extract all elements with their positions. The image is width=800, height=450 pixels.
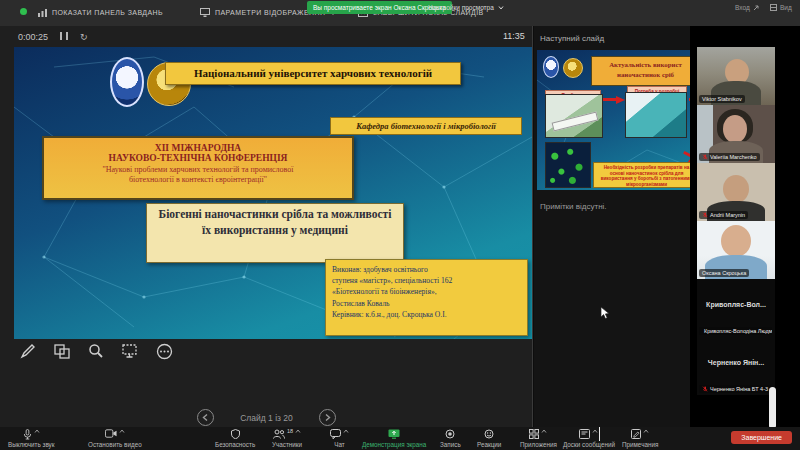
participant-display-name: Кривопляс-Вол... [697,301,775,308]
participant-name-tag: Valeriia Marchenko [699,153,760,161]
end-meeting-button[interactable]: Завершение [731,431,792,444]
nanoparticles-photo [545,142,591,188]
conference-quote: "Наукові проблеми харчових технологій та… [44,165,352,185]
share-screen-button[interactable]: Демонстрация экрана [362,429,426,448]
participants-scrollbar[interactable] [769,387,776,429]
next-slide-label: Наступний слайд [540,34,604,43]
arrow [603,98,617,101]
arrow-left-icon [202,414,209,421]
login-icon [753,5,759,11]
view-mode-label: Вид [780,4,792,11]
taskbar-icon [38,8,47,17]
pause-timer-button[interactable] [60,32,68,42]
conclusion-box: Необхідність розробки препаратів на осно… [593,162,700,188]
mute-button[interactable]: Выключить звук [8,429,55,448]
see-all-slides-button[interactable] [52,342,72,360]
author-line: ступеня «магістр», спеціальності 162 [332,275,521,286]
chat-button[interactable]: Чат [330,429,349,448]
note-icon [631,429,641,439]
whiteboards-button[interactable]: Доски сообщений [563,429,615,448]
stop-video-button[interactable]: Остановить видео [88,429,142,448]
conference-line1: XII МІЖНАРОДНА [44,143,352,153]
arrow-right-icon [616,96,625,104]
slide-navigation: Слайд 1 із 20 [0,409,533,426]
more-options-button[interactable] [154,342,174,360]
chat-icon [330,429,341,439]
apps-button[interactable]: Приложения [520,429,557,448]
black-screen-button[interactable] [120,342,140,360]
muted-mic-icon [702,386,708,392]
conference-line2: НАУКОВО-ТЕХНІЧНА КОНФЕРЕНЦІЯ [44,153,352,163]
participant-name-tag: Черненко Яніна БТ 4-3 [699,385,771,393]
participant-video-tile[interactable]: Оксана Скроцька [697,221,775,279]
participant-video-tile[interactable]: Andrii Marynin [697,163,775,221]
university-name-banner: Національний університет харчових технол… [165,62,461,85]
view-settings-label: Настройки просмотра [428,2,494,14]
university-emblem-logo [110,57,144,107]
chevron-up-icon[interactable] [295,429,301,433]
slide-counter: Слайд 1 із 20 [240,413,293,423]
zoom-slide-button[interactable] [86,342,106,360]
display-icon [200,8,210,17]
previous-slide-button[interactable] [197,409,214,426]
participant-face [721,225,751,257]
chevron-up-icon[interactable] [592,429,598,433]
next-slide-thumbnail[interactable]: Актуальність використ наночастинок сріб … [537,50,700,190]
login-button[interactable]: Вход [735,4,759,11]
share-screen-icon [388,429,400,439]
record-icon [445,429,455,439]
chevron-up-icon[interactable] [34,429,40,433]
presenter-view-panel: 0:00:25 ↻ 11:35 На [0,26,533,427]
arrow-right-icon [324,414,331,421]
camera-icon [105,429,117,438]
security-button[interactable]: Безопасность [215,429,255,448]
laboratory-photo [625,92,687,138]
pause-icon [60,32,68,40]
view-settings-button[interactable]: Настройки просмотра [428,2,504,14]
pen-tool-button[interactable] [18,342,38,360]
participants-strip: Viktor Stabnikov Valeriia Marchenko Andr… [690,26,800,427]
author-line: Виконав: здобувач освітнього [332,264,521,275]
record-button[interactable]: Запись [440,429,461,448]
chat-label: Чат [334,441,344,448]
participant-name-tag: Andrii Marynin [699,211,748,219]
chevron-up-icon[interactable] [643,429,649,433]
show-taskbar-button[interactable]: ПОКАЗАТИ ПАНЕЛЬ ЗАВДАНЬ [38,8,163,17]
chevron-up-icon[interactable] [119,429,125,433]
current-slide[interactable]: Національний університет харчових технол… [14,47,532,339]
toolbar-divider [599,427,600,441]
login-label: Вход [735,4,750,11]
chevron-up-icon[interactable] [343,429,349,433]
status-dot-icon [20,8,27,15]
participant-face [723,175,749,203]
view-mode-button[interactable]: Вид [770,4,792,11]
chevron-up-icon[interactable] [541,429,547,433]
participants-label: Участники [272,441,302,448]
participant-novideo-tile[interactable]: Кривопляс-Вол... Кривопляс-Володіна Людм… [697,279,775,337]
participants-button[interactable]: 18 Участники [272,429,302,448]
university-emblem-logo [543,56,559,78]
powerpoint-top-bar: ПОКАЗАТИ ПАНЕЛЬ ЗАВДАНЬ ПАРАМЕТРИ ВІДОБР… [0,0,800,26]
annotations-button[interactable]: Примечания [622,429,658,448]
annotations-label: Примечания [622,441,658,448]
pen-icon [20,343,36,359]
participant-novideo-tile[interactable]: Черненко Янін... Черненко Яніна БТ 4-3 [697,337,775,395]
chevron-down-icon [498,6,504,10]
participant-video-tile[interactable]: Valeriia Marchenko [697,105,775,163]
screen-icon [121,343,139,359]
reactions-label: Реакции [477,441,501,448]
reactions-button[interactable]: Реакции [477,429,501,448]
show-taskbar-label: ПОКАЗАТИ ПАНЕЛЬ ЗАВДАНЬ [52,9,163,16]
next-slide-button[interactable] [319,409,336,426]
participants-count-badge: 18 [287,428,293,434]
smiley-icon [484,429,494,439]
antibiotics-label-strip [552,112,599,132]
participant-name-tag: Кривопляс-Володіна Людмила .. [699,327,772,335]
restart-timer-button[interactable]: ↻ [80,32,88,42]
presentation-timer: 0:00:25 ↻ [18,32,88,42]
magnifier-icon [88,343,104,359]
participant-display-name: Черненко Янін... [697,359,775,366]
author-line: Ростислав Коваль [332,298,521,309]
whiteboards-label: Доски сообщений [563,441,615,448]
participant-video-tile[interactable]: Viktor Stabnikov [697,47,775,105]
